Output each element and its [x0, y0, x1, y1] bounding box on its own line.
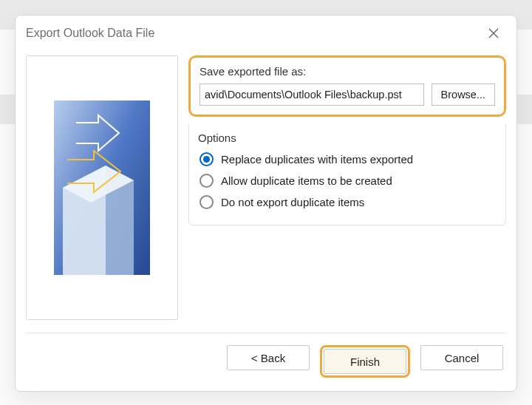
options-title: Options: [198, 132, 495, 144]
close-button[interactable]: [481, 23, 506, 44]
dialog-title: Export Outlook Data File: [26, 27, 154, 40]
radio-icon: [200, 195, 214, 209]
wizard-graphic: [54, 101, 150, 275]
option-label: Do not export duplicate items: [221, 196, 364, 208]
save-as-label: Save exported file as:: [200, 65, 495, 78]
footer: < Back Finish Cancel: [16, 333, 516, 391]
save-as-highlight: Save exported file as: Browse...: [188, 55, 506, 117]
back-button[interactable]: < Back: [227, 345, 310, 370]
export-dialog: Export Outlook Data File: [15, 15, 517, 392]
options-group: Options Replace duplicates with items ex…: [188, 124, 506, 225]
titlebar: Export Outlook Data File: [16, 16, 516, 48]
radio-icon: [200, 174, 214, 188]
finish-highlight: Finish: [320, 345, 410, 378]
cancel-button[interactable]: Cancel: [420, 345, 503, 370]
browse-button[interactable]: Browse...: [432, 84, 495, 106]
finish-button[interactable]: Finish: [324, 349, 406, 374]
option-replace-duplicates[interactable]: Replace duplicates with items exported: [200, 149, 495, 170]
save-path-input[interactable]: [200, 84, 424, 106]
option-allow-duplicates[interactable]: Allow duplicate items to be created: [200, 170, 495, 191]
close-icon: [488, 28, 499, 38]
radio-icon: [200, 152, 214, 166]
option-no-export-duplicates[interactable]: Do not export duplicate items: [200, 191, 495, 213]
wizard-graphic-pane: [26, 55, 178, 320]
option-label: Allow duplicate items to be created: [221, 174, 392, 187]
option-label: Replace duplicates with items exported: [221, 153, 413, 166]
